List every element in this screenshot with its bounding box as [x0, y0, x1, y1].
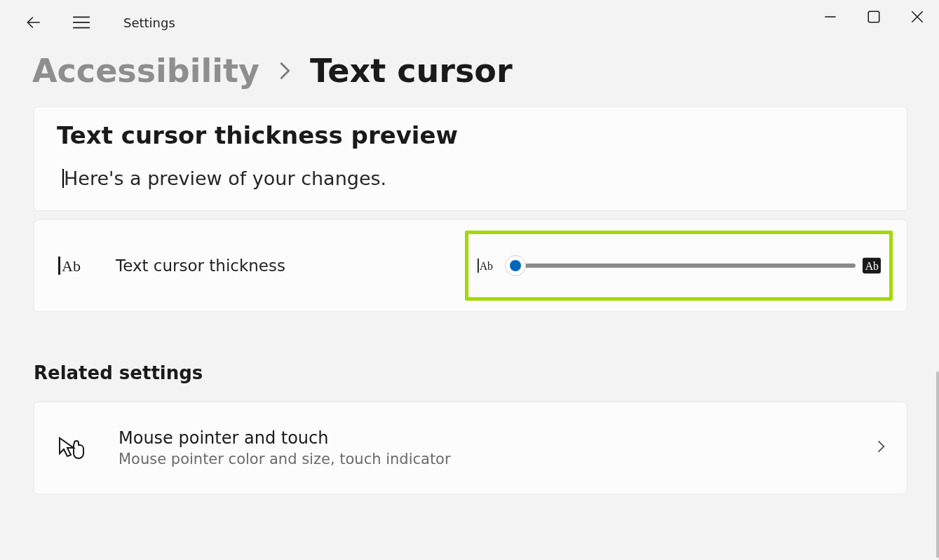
cursor-ab-icon: Ab	[57, 253, 82, 278]
hamburger-icon	[72, 15, 90, 29]
svg-text:Ab: Ab	[865, 260, 879, 272]
thickness-slider[interactable]	[505, 257, 856, 274]
slider-max-icon: Ab	[863, 257, 881, 275]
breadcrumb: Accessibility Text cursor	[0, 45, 939, 107]
svg-rect-5	[868, 11, 879, 22]
thickness-slider-card: Ab Text cursor thickness Ab Ab	[34, 219, 907, 312]
link-title: Mouse pointer and touch	[119, 428, 451, 448]
svg-text:Ab: Ab	[480, 261, 493, 273]
back-arrow-icon	[25, 13, 43, 32]
content-area: Text cursor thickness preview Here's a p…	[0, 107, 939, 494]
svg-rect-10	[478, 259, 479, 273]
preview-heading: Text cursor thickness preview	[57, 121, 884, 149]
svg-text:Ab: Ab	[62, 257, 81, 275]
slider-min-icon: Ab	[477, 257, 495, 275]
mouse-pointer-touch-link[interactable]: Mouse pointer and touch Mouse pointer co…	[34, 402, 907, 494]
preview-text-content: Here's a preview of your changes.	[64, 168, 386, 189]
breadcrumb-parent[interactable]: Accessibility	[32, 52, 259, 90]
thickness-slider-highlight: Ab Ab	[465, 231, 893, 301]
scroll-indicator[interactable]	[936, 371, 939, 558]
app-title: Settings	[123, 15, 175, 30]
chevron-right-icon	[278, 61, 292, 81]
titlebar: Settings	[0, 0, 939, 45]
thickness-preview-card: Text cursor thickness preview Here's a p…	[34, 107, 907, 211]
text-cursor-indicator	[62, 169, 64, 188]
svg-marker-14	[60, 438, 74, 456]
thickness-label: Text cursor thickness	[116, 257, 285, 275]
svg-rect-8	[58, 257, 60, 275]
breadcrumb-current: Text cursor	[310, 52, 513, 90]
window-controls	[809, 0, 939, 34]
slider-thumb-inner	[510, 260, 521, 271]
link-subtitle: Mouse pointer color and size, touch indi…	[119, 451, 451, 467]
slider-thumb[interactable]	[505, 255, 526, 276]
maximize-button[interactable]	[852, 0, 896, 34]
minimize-button[interactable]	[809, 0, 852, 34]
maximize-icon	[867, 11, 880, 23]
menu-button[interactable]	[65, 6, 98, 39]
mouse-pointer-touch-icon	[57, 433, 86, 463]
close-button[interactable]	[896, 0, 939, 34]
back-button[interactable]	[17, 6, 50, 39]
close-icon	[911, 11, 924, 23]
preview-text: Here's a preview of your changes.	[57, 168, 884, 189]
chevron-right-icon	[876, 439, 887, 457]
link-text-group: Mouse pointer and touch Mouse pointer co…	[119, 428, 451, 467]
slider-track	[513, 264, 856, 268]
related-settings-heading: Related settings	[34, 362, 908, 383]
minimize-icon	[824, 11, 837, 23]
